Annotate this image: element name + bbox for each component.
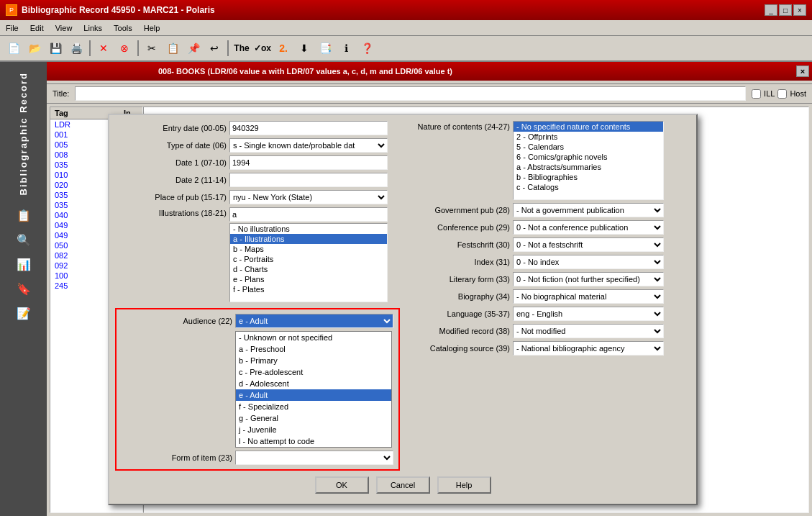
info-button[interactable]: ℹ (337, 39, 355, 58)
form-item-label: Form of item (23) (121, 453, 232, 462)
audience-opt-preschool[interactable]: a - Preschool (236, 343, 391, 355)
audience-opt-preadolescent[interactable]: c - Pre-adolescent (236, 366, 391, 378)
type-date-row: Type of date (06) s - Single known date/… (115, 138, 400, 153)
validate-button[interactable]: ✓ox (253, 39, 272, 58)
sidebar-icon-2[interactable]: 🔍 (12, 228, 35, 251)
date1-label: Date 1 (07-10) (115, 158, 227, 167)
audience-opt-general[interactable]: g - General (236, 412, 391, 424)
language-label: Language (35-37) (406, 309, 510, 318)
cut-button[interactable]: ✂ (142, 39, 161, 58)
entry-date-input[interactable] (229, 121, 388, 135)
window-controls[interactable]: _ □ × (765, 4, 806, 16)
audience-opt-unknown[interactable]: - Unknown or not specified (236, 332, 391, 343)
ok-button[interactable]: OK (315, 476, 369, 494)
open-button[interactable]: 📂 (25, 39, 44, 58)
literary-form-select[interactable]: 0 - Not fiction (not further specified) (513, 272, 664, 286)
paste-button[interactable]: 📌 (184, 39, 203, 58)
cataloging-source-select[interactable]: - National bibliographic agency (513, 341, 664, 356)
marc-button[interactable]: 2. (274, 39, 293, 58)
sidebar-icon-1[interactable]: 📋 (12, 204, 35, 227)
nature-contents-listbox[interactable]: - No specified nature of contents 2 - Of… (513, 121, 664, 200)
conf-pub-row: Conference pub (29) 0 - Not a conference… (406, 220, 690, 235)
festschrift-select[interactable]: 0 - Not a festschrift (513, 237, 664, 252)
audience-opt-adult[interactable]: e - Adult (236, 389, 391, 401)
sidebar-icon-4[interactable]: 🔖 (12, 277, 35, 300)
audience-open-list[interactable]: - Unknown or not specified a - Preschool… (235, 331, 392, 448)
audience-opt-adolescent[interactable]: d - Adolescent (236, 378, 391, 389)
modal-title-inline: 008- BOOKS (LDR/06 value a with LDR/07 v… (47, 62, 812, 81)
undo-button[interactable]: ↩ (205, 39, 224, 58)
new-button[interactable]: 📄 (4, 39, 23, 58)
nature-item-2[interactable]: 2 - Offprints (514, 132, 663, 142)
modal-close-button[interactable]: × (796, 65, 809, 77)
help-button[interactable]: Help (437, 476, 491, 494)
dialog-button-row: OK Cancel Help (115, 476, 690, 498)
menu-tools[interactable]: Tools (114, 24, 132, 32)
delete-button[interactable]: ✕ (94, 39, 113, 58)
date2-input[interactable] (229, 173, 388, 187)
print-button[interactable]: 🖨️ (67, 39, 86, 58)
audience-opt-no-attempt[interactable]: l - No attempt to code (236, 435, 391, 447)
nature-item-0[interactable]: - No specified nature of contents (514, 122, 663, 132)
place-pub-select[interactable]: nyu - New York (State) (229, 190, 388, 204)
nature-item-a[interactable]: a - Abstracts/summaries (514, 162, 663, 172)
form-item-select[interactable] (235, 451, 393, 465)
audience-select[interactable]: - Unknown or not specified a - Preschool… (235, 314, 393, 328)
host-checkbox[interactable] (777, 89, 787, 99)
modified-record-select[interactable]: - Not modified (513, 324, 664, 338)
illus-item-b[interactable]: b - Maps (230, 244, 387, 254)
gov-pub-row: Government pub (28) - Not a government p… (406, 203, 690, 217)
nature-item-b[interactable]: b - Bibliographies (514, 172, 663, 182)
cancel-edit-button[interactable]: ⊗ (115, 39, 134, 58)
biography-select[interactable]: - No biographical material (513, 289, 664, 304)
toolbar: 📄 📂 💾 🖨️ ✕ ⊗ ✂ 📋 📌 ↩ The ✓ox 2. ⬇ 📑 ℹ ❓ (0, 36, 812, 62)
menu-file[interactable]: File (6, 24, 19, 32)
menu-edit[interactable]: Edit (30, 24, 44, 32)
menu-view[interactable]: View (55, 24, 73, 32)
audience-dropdown-container: - Unknown or not specified a - Preschool… (235, 314, 393, 328)
literary-form-label: Literary form (33) (406, 275, 510, 284)
cataloging-source-row: Cataloging source (39) - National biblio… (406, 341, 690, 356)
audience-opt-juvenile[interactable]: j - Juvenile (236, 424, 391, 435)
close-button[interactable]: × (793, 4, 806, 16)
conf-pub-select[interactable]: 0 - Not a conference publication (513, 220, 664, 235)
help-toolbar-button[interactable]: ❓ (357, 39, 376, 58)
copy-button[interactable]: 📋 (163, 39, 182, 58)
nature-item-5[interactable]: 5 - Calendars (514, 142, 663, 152)
illus-item-a[interactable]: a - Illustrations (230, 234, 387, 244)
gov-pub-select[interactable]: - Not a government publication (513, 203, 664, 217)
ill-checkbox[interactable] (752, 89, 761, 99)
save-button[interactable]: 💾 (46, 39, 65, 58)
illus-item-c[interactable]: c - Portraits (230, 254, 387, 264)
illus-item-d[interactable]: d - Charts (230, 264, 387, 274)
title-input[interactable] (75, 86, 746, 101)
sidebar-icon-3[interactable]: 📊 (12, 253, 35, 276)
illustrations-input[interactable] (229, 207, 388, 222)
audience-opt-specialized[interactable]: f - Specialized (236, 401, 391, 412)
type-date-select[interactable]: s - Single known date/probable dat (229, 138, 388, 153)
toolbar-separator-1 (89, 40, 91, 56)
date1-input[interactable] (229, 155, 388, 170)
menu-links[interactable]: Links (83, 24, 102, 32)
illus-item-f[interactable]: f - Plates (230, 284, 387, 294)
index-label: Index (31) (406, 258, 510, 266)
sidebar-icon-5[interactable]: 📝 (12, 302, 35, 325)
books-008-dialog: Entry date (00-05) Type of date (06) s -… (108, 114, 698, 505)
illus-item-0[interactable]: - No illustrations (230, 224, 387, 234)
cancel-button[interactable]: Cancel (376, 476, 430, 494)
nature-item-c[interactable]: c - Catalogs (514, 182, 663, 192)
language-select[interactable]: eng - English (513, 307, 664, 321)
minimize-button[interactable]: _ (765, 4, 777, 16)
index-select[interactable]: 0 - No index (513, 255, 664, 269)
nature-item-6[interactable]: 6 - Comics/graphic novels (514, 152, 663, 162)
audience-opt-primary[interactable]: b - Primary (236, 355, 391, 366)
illus-item-e[interactable]: e - Plans (230, 274, 387, 284)
title-label: Title: (53, 89, 69, 98)
duplicate-button[interactable]: 📑 (316, 39, 334, 58)
export-button[interactable]: ⬇ (295, 39, 314, 58)
spell-check-button[interactable]: The (232, 39, 251, 58)
illustrations-listbox[interactable]: - No illustrations a - Illustrations b -… (229, 223, 388, 302)
maximize-button[interactable]: □ (779, 4, 792, 16)
type-date-label: Type of date (06) (115, 141, 227, 150)
menu-help[interactable]: Help (144, 24, 160, 32)
